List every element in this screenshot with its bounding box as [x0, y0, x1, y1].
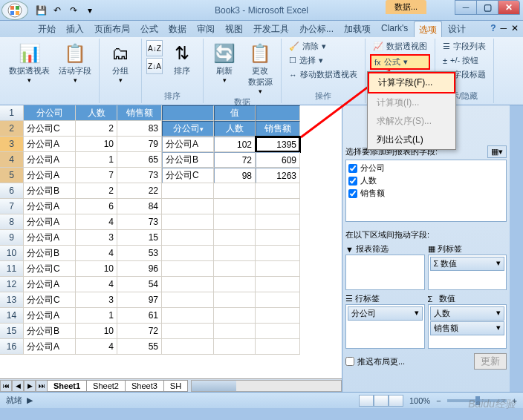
cell[interactable]: 1: [76, 152, 117, 168]
sheet-tab-1[interactable]: Sheet1: [47, 380, 87, 392]
cell[interactable]: [256, 324, 300, 339]
cell[interactable]: 分公司A: [24, 168, 76, 183]
cell[interactable]: 4: [76, 339, 117, 355]
cell[interactable]: 4: [76, 277, 117, 292]
cell[interactable]: 22: [117, 183, 162, 199]
tab-review[interactable]: 审阅: [192, 21, 219, 37]
cell[interactable]: [256, 339, 300, 355]
change-datasource-button[interactable]: 📋更改 数据源▾: [244, 40, 276, 96]
cell[interactable]: [162, 246, 214, 261]
pane-layout-button[interactable]: ▦▾: [487, 145, 507, 158]
cell[interactable]: 1263: [256, 168, 300, 183]
cell[interactable]: 83: [117, 121, 162, 137]
tab-addins[interactable]: 加载项: [340, 21, 375, 37]
cell[interactable]: 分公司A: [24, 152, 76, 168]
cell[interactable]: 102: [214, 137, 256, 152]
cell[interactable]: 10: [76, 324, 117, 339]
cell[interactable]: 73: [117, 168, 162, 183]
move-pivot-button[interactable]: ↔移动数据透视表: [286, 68, 360, 81]
cell[interactable]: 1: [76, 308, 117, 324]
cell[interactable]: 12: [0, 277, 24, 292]
cell[interactable]: 分公司B: [24, 246, 76, 261]
cell[interactable]: 分公司A: [24, 230, 76, 246]
tab-first-button[interactable]: ⏮: [0, 380, 12, 392]
pivotchart-button[interactable]: 📈数据透视图: [370, 40, 430, 53]
tab-home[interactable]: 开始: [33, 21, 60, 37]
cell[interactable]: 分公司B: [24, 324, 76, 339]
cell[interactable]: [214, 246, 256, 261]
cell[interactable]: [162, 292, 214, 308]
cell[interactable]: 609: [256, 152, 300, 168]
cell[interactable]: 分公司B: [24, 183, 76, 199]
cell[interactable]: [162, 277, 214, 292]
tab-data[interactable]: 数据: [164, 21, 191, 37]
filter-area[interactable]: [345, 255, 425, 290]
cell[interactable]: 1: [0, 105, 24, 121]
tab-office[interactable]: 办公标...: [295, 21, 338, 37]
cell[interactable]: 4: [76, 246, 117, 261]
tab-formulas[interactable]: 公式: [136, 21, 163, 37]
cell[interactable]: [256, 214, 300, 230]
cell[interactable]: [256, 277, 300, 292]
cell[interactable]: 10: [76, 137, 117, 152]
zoom-in-button[interactable]: +: [513, 396, 517, 405]
tab-view[interactable]: 视图: [221, 21, 247, 37]
view-normal-button[interactable]: [359, 395, 374, 407]
cell[interactable]: 79: [117, 137, 162, 152]
cell[interactable]: 98: [214, 168, 256, 183]
list-formulas-item[interactable]: 列出公式(L): [368, 131, 455, 149]
group-button[interactable]: 🗂分组▾: [104, 40, 137, 85]
area-item[interactable]: 销售额▾: [430, 321, 505, 335]
cell[interactable]: [214, 183, 256, 199]
cell[interactable]: 15: [0, 324, 24, 339]
field-item[interactable]: 分公司: [348, 162, 504, 174]
cell[interactable]: 值: [214, 105, 256, 121]
cell[interactable]: [214, 324, 256, 339]
sheet-tab-2[interactable]: Sheet2: [86, 380, 126, 392]
tab-clarks[interactable]: Clark's: [377, 21, 412, 37]
tab-prev-button[interactable]: ◀: [12, 380, 24, 392]
cell[interactable]: 3: [76, 230, 117, 246]
field-item[interactable]: 人数: [348, 174, 504, 187]
cell[interactable]: 分公司A: [24, 214, 76, 230]
tab-design[interactable]: 设计: [444, 21, 470, 37]
cell[interactable]: 8: [0, 214, 24, 230]
cell[interactable]: 10: [76, 261, 117, 277]
cell[interactable]: 分公司C: [162, 168, 214, 183]
redo-icon[interactable]: ↷: [67, 4, 80, 17]
cell[interactable]: [162, 308, 214, 324]
cell[interactable]: 分公司B: [162, 152, 214, 168]
qat-more-icon[interactable]: ▾: [83, 4, 97, 17]
cell[interactable]: 分公司A: [24, 199, 76, 214]
cell[interactable]: 16: [0, 339, 24, 355]
area-item[interactable]: 分公司▾: [348, 306, 423, 321]
cell[interactable]: 1395: [256, 137, 300, 152]
pivottable-button[interactable]: 📊数据透视表▾: [6, 40, 53, 85]
cell[interactable]: [256, 183, 300, 199]
cell[interactable]: [214, 277, 256, 292]
cell[interactable]: 4: [0, 152, 24, 168]
cell[interactable]: 73: [117, 214, 162, 230]
sort-desc-button[interactable]: Z↓A: [146, 58, 163, 74]
cell[interactable]: 14: [0, 308, 24, 324]
cell[interactable]: 55: [117, 339, 162, 355]
cell[interactable]: [214, 292, 256, 308]
cell[interactable]: [214, 199, 256, 214]
field-list-button[interactable]: ☰字段列表: [440, 40, 489, 53]
cell[interactable]: 5: [0, 168, 24, 183]
minimize-ribbon-icon[interactable]: ─: [500, 23, 507, 33]
view-layout-button[interactable]: [374, 395, 389, 407]
area-item[interactable]: Σ 数值▾: [430, 257, 505, 271]
active-field-button[interactable]: 📋活动字段▾: [56, 40, 94, 85]
cell[interactable]: 15: [117, 230, 162, 246]
cell[interactable]: 2: [76, 121, 117, 137]
cell[interactable]: 人数: [214, 121, 256, 137]
cell[interactable]: [214, 308, 256, 324]
cell[interactable]: [162, 199, 214, 214]
cell[interactable]: 人数: [76, 105, 117, 121]
cell[interactable]: 2: [0, 121, 24, 137]
cell[interactable]: [162, 261, 214, 277]
cell[interactable]: 6: [76, 199, 117, 214]
macro-icon[interactable]: ▶: [27, 396, 33, 405]
field-list[interactable]: 分公司 人数 销售额: [345, 160, 507, 222]
